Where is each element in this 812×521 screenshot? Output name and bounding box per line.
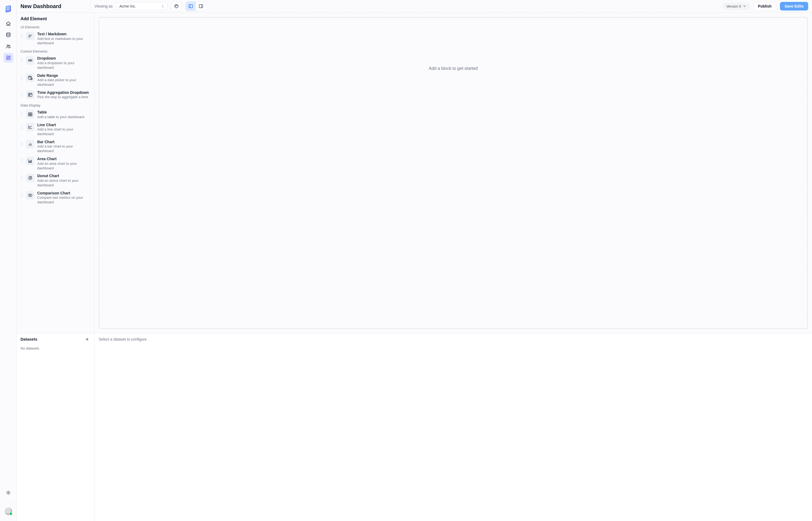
- svg-point-32: [21, 59, 21, 59]
- nav-data[interactable]: [3, 30, 13, 40]
- publish-button[interactable]: Publish: [753, 2, 776, 10]
- drag-handle-icon[interactable]: [21, 140, 23, 146]
- svg-point-94: [21, 162, 21, 163]
- svg-point-69: [22, 116, 23, 116]
- element-description: Add a line chart to your dashboard: [37, 127, 90, 136]
- svg-point-106: [21, 195, 21, 196]
- svg-point-95: [22, 162, 23, 163]
- element-table[interactable]: TableAdd a table to your dashboard: [18, 108, 92, 121]
- svg-point-33: [22, 59, 23, 59]
- palette-icon: [174, 4, 179, 9]
- user-avatar[interactable]: [5, 507, 12, 515]
- svg-point-91: [22, 159, 23, 160]
- drag-handle-icon[interactable]: [21, 191, 23, 197]
- app-logo: [4, 5, 13, 13]
- svg-point-83: [21, 144, 21, 144]
- panel-right-icon: [199, 4, 203, 9]
- svg-point-92: [21, 161, 21, 161]
- element-title: Area Chart: [37, 157, 90, 161]
- svg-point-85: [21, 145, 21, 145]
- svg-point-75: [21, 125, 21, 126]
- svg-point-36: [21, 62, 21, 62]
- element-title: Line Chart: [37, 123, 90, 128]
- element-title: Text / Markdown: [37, 32, 90, 37]
- svg-rect-63: [29, 95, 30, 96]
- element-comparison[interactable]: Comparison ChartCompare two metrics on y…: [18, 189, 92, 206]
- topbar: New Dashboard Viewing as Acme Inc.: [17, 0, 812, 13]
- drag-handle-icon[interactable]: [21, 123, 23, 129]
- canvas-dropzone[interactable]: Add a block to get started: [99, 17, 808, 329]
- element-group-label: Control Elements: [18, 47, 92, 54]
- canvas-empty-message: Add a block to get started: [429, 66, 477, 71]
- drag-handle-icon[interactable]: [21, 73, 23, 80]
- calendar-icon: [26, 90, 35, 99]
- element-donut[interactable]: Donut ChartAdd an donut chart to your da…: [18, 172, 92, 189]
- svg-rect-70: [28, 113, 32, 116]
- svg-line-14: [7, 494, 7, 494]
- org-select[interactable]: Acme Inc.: [116, 2, 167, 10]
- svg-point-25: [21, 36, 21, 37]
- drag-handle-icon[interactable]: [21, 174, 23, 180]
- version-selector[interactable]: Version 0: [723, 3, 749, 10]
- version-label: Version 0: [726, 4, 741, 8]
- nav-rail: [0, 0, 17, 521]
- element-title: Comparison Chart: [37, 191, 90, 196]
- svg-point-2: [9, 45, 10, 46]
- nav-dashboards[interactable]: [3, 53, 13, 63]
- element-description: Add a dropdown to your dashboard: [37, 61, 90, 70]
- save-edits-button[interactable]: Save Edits: [780, 2, 808, 10]
- svg-point-17: [176, 5, 176, 6]
- drag-handle-icon[interactable]: [21, 56, 23, 63]
- element-title: Time Aggregation Dropdown: [37, 90, 89, 95]
- svg-point-86: [22, 145, 23, 145]
- svg-point-109: [22, 196, 23, 197]
- nav-people[interactable]: [3, 42, 13, 51]
- element-text[interactable]: Text / MarkdownAdd text or markdown to y…: [18, 30, 92, 47]
- home-icon: [6, 21, 11, 26]
- element-title: Bar Chart: [37, 140, 90, 144]
- viewing-as-label: Viewing as: [94, 4, 112, 8]
- svg-point-26: [22, 36, 23, 37]
- svg-point-46: [21, 79, 21, 79]
- element-description: Add an area chart to your dashboard: [37, 161, 90, 171]
- element-title: Donut Chart: [37, 174, 90, 179]
- svg-line-11: [9, 494, 10, 494]
- drag-handle-icon[interactable]: [21, 90, 23, 97]
- drag-handle-icon[interactable]: [21, 110, 23, 116]
- drag-handle-icon[interactable]: [21, 32, 23, 38]
- bar-chart-icon: [26, 140, 35, 148]
- svg-point-78: [22, 127, 23, 127]
- layout-left-panel-button[interactable]: [186, 2, 196, 11]
- plus-icon: [85, 337, 89, 341]
- element-line[interactable]: Line ChartAdd a line chart to your dashb…: [18, 121, 92, 138]
- svg-point-76: [22, 125, 23, 126]
- layout-right-panel-button[interactable]: [196, 2, 206, 11]
- svg-point-35: [22, 60, 23, 61]
- add-element-title: Add Element: [17, 13, 94, 23]
- theme-toggle[interactable]: [3, 488, 13, 498]
- theme-customize-button[interactable]: [171, 2, 182, 11]
- add-dataset-button[interactable]: [84, 336, 90, 342]
- element-daterange[interactable]: Date RangeAdd a date picker to your dash…: [18, 72, 92, 89]
- svg-point-47: [22, 79, 23, 79]
- svg-point-68: [21, 116, 21, 116]
- nav-home[interactable]: [3, 19, 13, 28]
- dropdown-icon: [26, 56, 35, 65]
- svg-point-98: [21, 178, 21, 178]
- svg-point-80: [22, 128, 23, 129]
- svg-point-27: [21, 37, 21, 38]
- datasets-panel: Datasets No datasets: [17, 333, 94, 521]
- element-dropdown[interactable]: DropdownAdd a dropdown to your dashboard: [18, 54, 92, 71]
- text-icon: [26, 32, 35, 41]
- element-timeagg[interactable]: Time Aggregation DropdownPick the way to…: [18, 89, 92, 101]
- svg-rect-19: [189, 5, 193, 8]
- svg-point-97: [22, 176, 23, 177]
- datasets-title: Datasets: [21, 337, 38, 341]
- element-area[interactable]: Area ChartAdd an area chart to your dash…: [18, 155, 92, 172]
- drag-handle-icon[interactable]: [21, 157, 23, 163]
- svg-point-103: [30, 177, 31, 179]
- element-bar[interactable]: Bar ChartAdd a bar chart to your dashboa…: [18, 138, 92, 155]
- svg-point-101: [22, 179, 23, 180]
- svg-rect-6: [6, 59, 8, 60]
- chevron-down-icon: [743, 4, 746, 8]
